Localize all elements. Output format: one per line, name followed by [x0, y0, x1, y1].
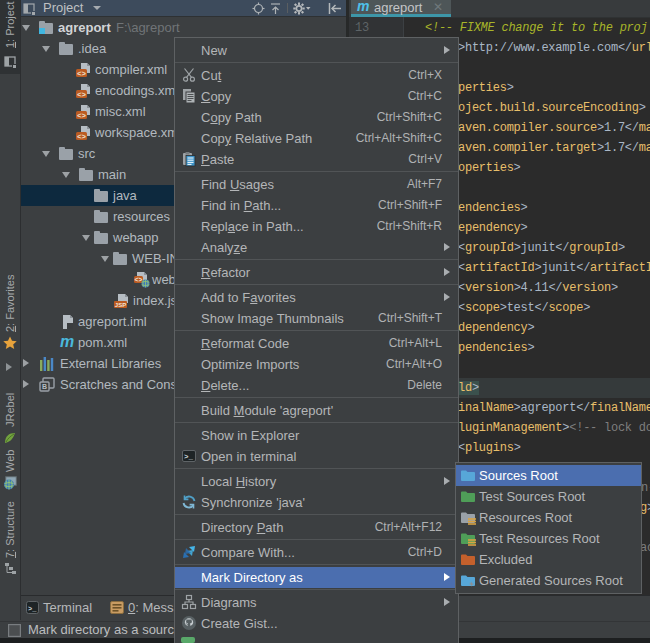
svg-text:B: B [42, 383, 47, 390]
svg-text:JSP: JSP [115, 302, 126, 308]
svg-text:<>: <> [77, 112, 87, 120]
svg-text:<>: <> [135, 277, 143, 284]
svg-text:>_: >_ [28, 605, 37, 613]
svg-text:>_: >_ [184, 453, 194, 461]
svg-text:<>: <> [77, 70, 87, 78]
svg-text:<>: <> [77, 133, 87, 141]
svg-text:<>: <> [77, 91, 87, 99]
